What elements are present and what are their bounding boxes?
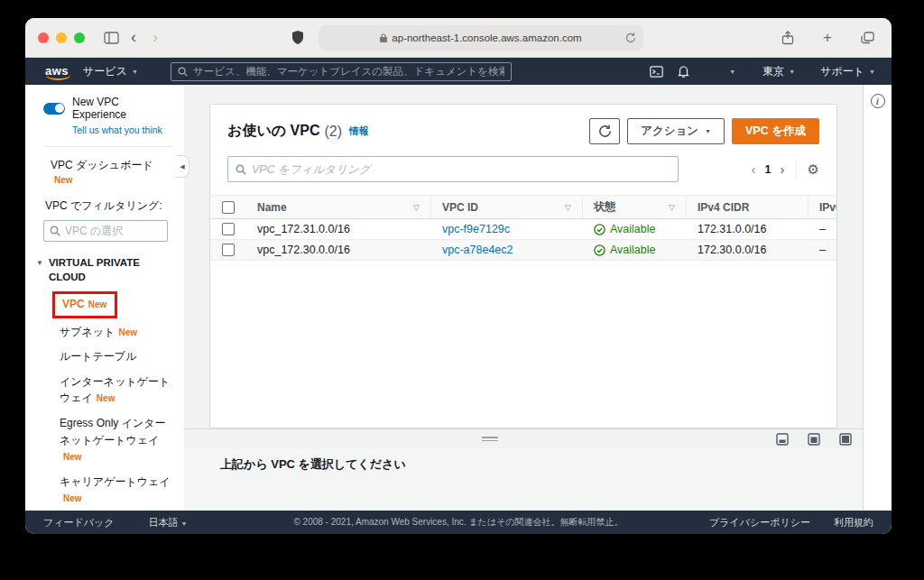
prev-page-button[interactable]: ‹ [752,162,756,176]
drag-handle[interactable] [482,437,498,441]
table-settings-gear-icon[interactable]: ⚙ [808,161,819,178]
info-link[interactable]: 情報 [349,124,369,138]
account-menu[interactable]: ▼ [698,69,748,75]
privacy-policy-link[interactable]: プライバシーポリシー [709,516,810,529]
minimize-window-button[interactable] [56,32,67,43]
vpc-filter-input[interactable] [252,163,670,176]
back-button[interactable]: ‹ [123,28,144,47]
url-text: ap-northeast-1.console.aws.amazon.com [392,32,581,43]
desktop-background: ‹ › ap-northeast-1.console.aws.amazon.co… [0,0,924,580]
vpc-filter-box[interactable] [227,156,679,182]
divider [796,161,797,179]
window-controls [38,32,85,43]
column-label: IPv6 [819,201,837,214]
panel-layout-controls [776,433,863,446]
feedback-button[interactable]: フィードバック [43,516,115,529]
sidebar-item-label: インターネットゲートウェイ [60,375,170,405]
chevron-down-icon: ▼ [789,69,795,75]
terms-link[interactable]: 利用規約 [834,516,873,529]
language-menu[interactable]: 日本語 ▼ [149,516,188,529]
search-icon [50,226,60,236]
sidebar-item-carrier-gateways[interactable]: キャリアゲートウェイNew [60,474,173,507]
select-all-checkbox[interactable] [222,201,235,214]
vpc-name: vpc_172.30.0.0/16 [257,244,350,256]
check-circle-icon [594,224,605,235]
sidebar-item-egress-only-igw[interactable]: Egress Only インターネットゲートウェイNew [60,415,173,465]
table-row[interactable]: vpc_172.31.0.0/16 vpc-f9e7129c Available… [210,219,837,240]
sidebar-section-vpc[interactable]: ▼ VIRTUAL PRIVATE CLOUD [36,256,173,284]
column-header-state[interactable]: 状態 ▽ [583,196,687,218]
browser-actions: + [776,26,879,50]
privacy-shield-icon[interactable] [286,26,310,50]
region-menu[interactable]: 東京 ▼ [752,64,806,79]
new-badge: New [88,299,107,309]
column-header-ipv4-cidr[interactable]: IPv4 CIDR [687,196,808,218]
vpc-select-input[interactable] [65,225,162,237]
new-tab-icon[interactable]: + [816,26,839,50]
sidebar-item-vpc-dashboard[interactable]: VPC ダッシュボードNew [51,158,173,186]
sidebar-item-label: Egress Only インターネットゲートウェイ [60,417,166,447]
share-icon[interactable] [776,26,799,50]
sort-icon[interactable]: ▽ [413,203,420,212]
column-header-name[interactable]: Name ▽ [246,196,431,218]
aws-logo[interactable]: aws [45,64,69,78]
experience-toggle[interactable] [43,103,65,115]
column-label: IPv4 CIDR [698,201,749,214]
sidebar-item-internet-gateways[interactable]: インターネットゲートウェイNew [60,373,173,407]
sidebar-item-subnets[interactable]: サブネットNew [60,324,173,341]
table-card-zone: お使いの VPC (2) 情報 アクション ▼ [184,85,863,428]
sidebar-item-route-tables[interactable]: ルートテーブル [60,348,173,365]
feedback-link[interactable]: Tell us what you think [72,124,173,135]
reload-icon[interactable] [625,32,636,43]
column-header-vpc-id[interactable]: VPC ID ▽ [431,196,583,218]
vpc-select-search[interactable] [43,220,168,242]
sidebar-item-vpc[interactable]: VPCNew [52,291,117,318]
chevron-down-icon: ▼ [729,69,735,75]
sidebar-item-label: キャリアゲートウェイ [60,475,171,488]
zoom-window-button[interactable] [74,32,85,43]
tab-overview-icon[interactable] [855,26,879,50]
vpc-id-link[interactable]: vpc-a78e4ec2 [442,244,513,256]
navbar-right: ▼ 東京 ▼ サポート ▼ [644,61,879,81]
column-header-ipv6[interactable]: IPv6 [808,196,837,218]
check-circle-icon [594,244,605,256]
notifications-bell-icon[interactable] [671,61,695,81]
info-icon[interactable]: i [871,94,885,108]
ipv6-value: – [819,223,826,235]
row-checkbox[interactable] [222,223,235,235]
detail-panel: 上記から VPC を選択してください [184,448,863,511]
support-menu[interactable]: サポート ▼ [809,64,879,79]
console-footer: フィードバック 日本語 ▼ © 2008 - 2021, Amazon Web … [25,511,892,534]
address-bar[interactable]: ap-northeast-1.console.aws.amazon.com [319,25,643,51]
experience-toggle-label: New VPC Experience [72,96,173,121]
sort-icon[interactable]: ▽ [669,203,675,212]
panel-size-full-icon[interactable] [839,433,852,446]
new-badge: New [54,175,73,185]
search-icon [178,67,188,77]
panel-size-small-icon[interactable] [776,433,789,446]
forward-button[interactable]: › [144,28,166,47]
ipv4-cidr: 172.31.0.0/16 [698,223,766,235]
refresh-button[interactable] [589,118,620,144]
sidebar-toggle-icon[interactable] [99,26,123,50]
sidebar-collapse-button[interactable]: ◀ [176,155,189,178]
cloudshell-icon[interactable] [644,61,668,81]
status-badge: Available [594,244,656,256]
vpc-name: vpc_172.31.0.0/16 [257,223,350,235]
sidebar-item-label: VPC ダッシュボード [51,159,153,171]
services-menu[interactable]: サービス ▼ [72,58,149,85]
next-page-button[interactable]: › [781,162,785,176]
table-row[interactable]: vpc_172.30.0.0/16 vpc-a78e4ec2 Available… [210,240,837,261]
support-label: サポート [820,64,864,79]
row-checkbox[interactable] [222,244,235,256]
panel-size-medium-icon[interactable] [808,433,820,446]
sort-icon[interactable]: ▽ [565,203,571,212]
detail-panel-placeholder: 上記から VPC を選択してください [220,456,863,473]
create-vpc-button[interactable]: VPC を作成 [732,118,819,144]
global-search[interactable] [171,62,512,81]
vpc-id-link[interactable]: vpc-f9e7129c [442,223,510,235]
sidebar-item-label: サブネット [60,326,115,338]
actions-button[interactable]: アクション ▼ [627,118,725,144]
close-window-button[interactable] [38,32,49,43]
global-search-input[interactable] [193,66,504,77]
